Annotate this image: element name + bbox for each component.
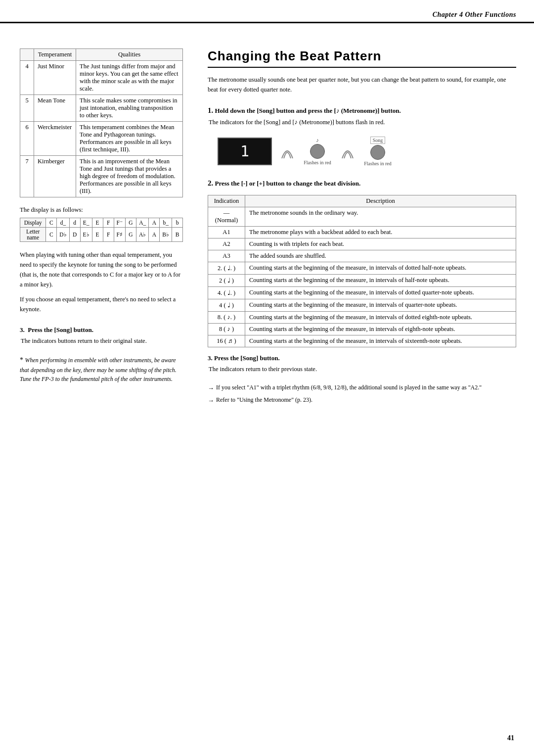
display-follows-label: The display is as follows: [20, 206, 183, 214]
asterisk-symbol: * [20, 356, 25, 364]
beat-indication: A3 [208, 250, 245, 262]
intro-text: The metronome usually sounds one beat pe… [208, 75, 516, 94]
wave-decoration-left [280, 142, 295, 160]
table-row: 5 Mean Tone This scale makes some compro… [20, 95, 183, 122]
display-cell: A♭ [136, 228, 149, 242]
arrow-note-1: → If you select "A1" with a triplet rhyt… [208, 383, 516, 394]
press-song-step: 3. [20, 326, 25, 333]
display-cell: E_ [80, 218, 92, 228]
chapter-header-line [0, 22, 534, 23]
table-row: 6 Werckmeister This temperament combines… [20, 122, 183, 156]
display-cell: D♭ [57, 228, 69, 242]
row-num: 4 [20, 61, 34, 95]
chapter-header: Chapter 4 Other Functions [433, 11, 516, 19]
row-num: 6 [20, 122, 34, 156]
press-song-desc: The indicators buttons return to their o… [21, 336, 183, 346]
wave-decoration-right [340, 142, 355, 160]
left-text-block: When playing with tuning other than equa… [20, 250, 183, 319]
row-desc: The Just tunings differ from major and m… [76, 61, 183, 95]
beat-description: Counting starts at the beginning of the … [245, 311, 516, 323]
display-cell: F [103, 228, 114, 242]
beat-indication: 2. ( ♩. ) [208, 262, 245, 274]
note-italic: * When performing in ensemble with other… [20, 355, 183, 384]
step1-desc: The indicators for the [Song] and [♪ (Me… [209, 117, 516, 128]
display-cell: B [172, 228, 183, 242]
display-cell: A_ [136, 218, 149, 228]
flash-label-2: Flashes in red [363, 161, 393, 166]
step2-label: Press the [-] or [+] button to change th… [215, 180, 361, 187]
beat-indication: A2 [208, 238, 245, 250]
step1-num: 1. [208, 106, 213, 114]
beat-description: Counting starts at the beginning of the … [245, 299, 516, 311]
diagram-area: 1 ♪ Flashes in red [218, 137, 516, 166]
beat-row: A2 Counting is with triplets for each be… [208, 238, 516, 250]
para1: When playing with tuning other than equa… [20, 250, 183, 289]
display-cell: d [69, 218, 80, 228]
press-song-label: Press the [Song] button. [28, 326, 93, 333]
song-btn-col: Song Flashes in red [363, 137, 393, 166]
beat-indication: 8 ( ♪ ) [208, 323, 245, 335]
beat-row: 2 ( ♩ ) Counting starts at the beginning… [208, 274, 516, 286]
beat-description: The metronome sounds in the ordinary way… [245, 207, 516, 226]
metronome-button-circle [310, 144, 325, 159]
beat-indication: A1 [208, 226, 245, 238]
beat-row: 2. ( ♩. ) Counting starts at the beginni… [208, 262, 516, 274]
note-text-2: Refer to "Using the Metronome" (p. 23). [216, 395, 312, 405]
beat-header-desc: Description [245, 195, 516, 207]
lcd-display: 1 [218, 138, 272, 165]
page-number: 41 [507, 734, 514, 742]
display-cell: B♭ [160, 228, 172, 242]
display-cell: F⁻ [114, 218, 125, 228]
display-cell: A [149, 228, 160, 242]
display-table: DisplayCd_dE_EFF⁻GA_Ab_bLetter nameCD♭DE… [20, 218, 183, 242]
display-row-label: Display [20, 218, 46, 228]
step1-label: Hold down the [Song] button and press th… [215, 107, 401, 114]
beat-header-ind: Indication [208, 195, 245, 207]
beat-indication: 2 ( ♩ ) [208, 274, 245, 286]
display-cell: E [92, 228, 103, 242]
display-row: Letter nameCD♭DE♭EFF♯GA♭AB♭B [20, 228, 183, 242]
display-cell: F♯ [114, 228, 125, 242]
beat-description: Counting starts at the beginning of the … [245, 274, 516, 286]
beat-description: Counting starts at the beginning of the … [245, 286, 516, 299]
step3-desc: The indicators return to their previous … [209, 364, 516, 374]
table-row: 4 Just Minor The Just tunings differ fro… [20, 61, 183, 95]
beat-row: —(Normal) The metronome sounds in the or… [208, 207, 516, 226]
display-cell: b [172, 218, 183, 228]
beat-indication: —(Normal) [208, 207, 245, 226]
display-row-label: Letter name [20, 228, 46, 242]
step1-head: 1. Hold down the [Song] button and press… [208, 106, 516, 115]
step3-num: 3. [208, 354, 213, 362]
row-num: 5 [20, 95, 34, 122]
step2-head: 2. Press the [-] or [+] button to change… [208, 179, 516, 188]
arrow-symbol-1: → [208, 383, 214, 394]
beat-row: 4 ( ♩ ) Counting starts at the beginning… [208, 299, 516, 311]
row-name: Just Minor [34, 61, 76, 95]
display-table-wrap: DisplayCd_dE_EFF⁻GA_Ab_bLetter nameCD♭DE… [20, 218, 183, 242]
beat-description: Counting starts at the beginning of the … [245, 323, 516, 335]
wave-svg-right [340, 142, 355, 160]
row-desc: This scale makes some compro­mises in ju… [76, 95, 183, 122]
step3-label: Press the [Song] button. [214, 354, 280, 362]
beat-row: 4. ( ♩. ) Counting starts at the beginni… [208, 286, 516, 299]
metronome-btn-col: ♪ Flashes in red [303, 137, 332, 165]
row-num: 7 [20, 156, 34, 197]
display-cell: C [46, 228, 57, 242]
beat-indication: 16 ( ♬ ) [208, 335, 245, 347]
display-cell: G [126, 228, 136, 242]
table-row: 7 Kirnberger This is an improvement of t… [20, 156, 183, 197]
step2-num: 2. [208, 179, 213, 187]
display-cell: b_ [160, 218, 172, 228]
beat-description: Counting is with triplets for each beat. [245, 238, 516, 250]
beat-row: 16 ( ♬ ) Counting starts at the beginnin… [208, 335, 516, 347]
press-song-head: 3. Press the [Song] button. [20, 326, 183, 334]
beat-row: A3 The added sounds are shuffled. [208, 250, 516, 262]
temperament-table: Temperament Qualities 4 Just Minor The J… [20, 48, 183, 197]
row-name: Mean Tone [34, 95, 76, 122]
row-desc: This is an improvement of the Mean Tone … [76, 156, 183, 197]
row-desc: This temperament combines the Mean Tone … [76, 122, 183, 156]
display-cell: C [46, 218, 57, 228]
display-cell: G [126, 218, 136, 228]
row-name: Werckmeister [34, 122, 76, 156]
beat-indication: 4 ( ♩ ) [208, 299, 245, 311]
